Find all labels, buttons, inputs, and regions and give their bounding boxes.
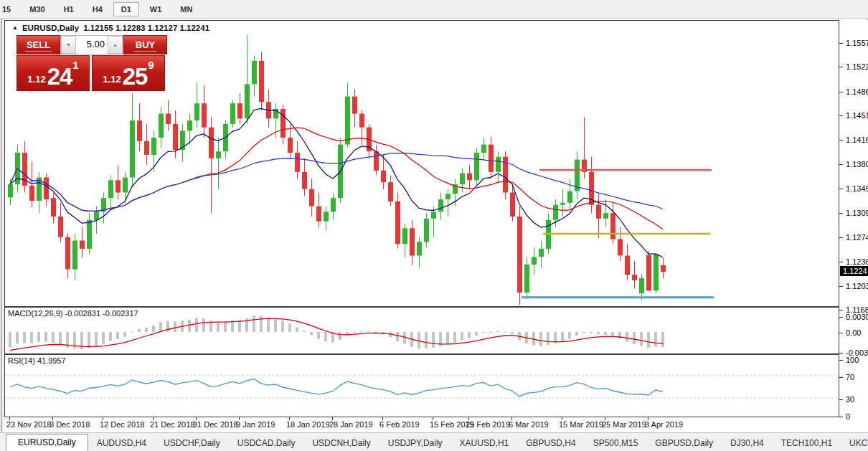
macd-axis-tick: [839, 333, 843, 333]
rsi-axis-tick: [839, 399, 843, 400]
buy-price-pip: 9: [148, 52, 154, 79]
sell-price-main: 24: [47, 66, 72, 87]
price-tick: [839, 286, 843, 287]
chart-tab-dj30-h4[interactable]: DJ30,H4: [722, 435, 773, 451]
chart-tab-tech100-h1[interactable]: TECH100,H1: [773, 435, 841, 451]
chart-tab-xauusd-h1[interactable]: XAUUSD,H1: [451, 435, 518, 451]
rsi-axis-label: 30: [846, 395, 854, 404]
buy-price-prefix: 1.12: [103, 72, 121, 87]
rsi-axis-label: 100: [846, 356, 859, 364]
sell-price-prefix: 1.12: [27, 72, 45, 87]
chart-tab-gbpusd-daily[interactable]: GBPUSD,Daily: [646, 435, 722, 451]
sell-quote-button[interactable]: 1.12241: [16, 55, 90, 91]
price-tick: [839, 164, 843, 165]
price-tick: [839, 262, 843, 262]
rsi-canvas: [5, 355, 837, 415]
timeframe-button-H4[interactable]: H4: [85, 2, 110, 16]
time-axis-label: 18 Jan 2019: [286, 420, 330, 429]
chart-tab-usdcnh-daily[interactable]: USDCNH,Daily: [303, 435, 379, 451]
price-axis-label: 1.14160: [846, 136, 868, 144]
rsi-axis-tick: [839, 377, 843, 378]
price-axis-label: 1.12380: [846, 257, 868, 266]
rsi-axis-tick: [839, 417, 843, 417]
price-axis-label: 1.13450: [846, 184, 868, 193]
price-axis-label: 1.15570: [846, 39, 868, 47]
chart-tab-sp500-m15[interactable]: SP500,M15: [585, 435, 647, 451]
price-tick: [839, 140, 843, 141]
main-chart-pane[interactable]: ▲ EURUSD,Daily 1.12155 1.12283 1.12127 1…: [4, 20, 839, 307]
chart-tab-eurusd-daily[interactable]: EURUSD,Daily: [6, 434, 88, 451]
time-axis-label: 3 Dec 2018: [49, 420, 90, 429]
price-tick: [839, 189, 843, 189]
chart-ohlc-values: 1.12155 1.12283 1.12127 1.12241: [83, 24, 209, 32]
current-price-tag: 1.12241: [840, 266, 868, 276]
price-tick: [839, 92, 843, 92]
time-axis-label: 12 Dec 2018: [100, 420, 144, 429]
volume-up-icon[interactable]: ▲: [108, 36, 123, 54]
price-tick: [839, 67, 843, 67]
chart-tab-bar: EURUSD,DailyAUDUSD,H4USDCHF,DailyUSDCAD,…: [0, 432, 868, 451]
time-axis-label: 3 Apr 2019: [645, 420, 683, 429]
chart-tab-ukc[interactable]: UKC: [841, 435, 868, 451]
timeframe-button-W1[interactable]: W1: [142, 2, 170, 16]
price-tick: [839, 310, 843, 310]
price-tick: [839, 43, 843, 44]
chart-tab-usdjpy-daily[interactable]: USDJPY,Daily: [379, 435, 451, 451]
macd-axis-label: 0.003095: [846, 313, 868, 321]
one-click-trading-panel: SELL ▼ 5.00 ▲ BUY 1.12241 1.12259: [16, 35, 167, 91]
rsi-axis-tick: [839, 360, 843, 361]
chart-tab-usdchf-daily[interactable]: USDCHF,Daily: [155, 435, 229, 451]
timeframe-button-MN[interactable]: MN: [172, 2, 200, 16]
macd-axis-tick: [839, 353, 843, 353]
buy-quote-button[interactable]: 1.12259: [92, 55, 165, 91]
timeframe-toolbar: 15M30H1H4D1W1MN: [0, 0, 868, 19]
time-axis-label: 9 Jan 2019: [236, 420, 275, 429]
time-axis-label: 28 Jan 2019: [329, 420, 373, 429]
volume-input[interactable]: 5.00: [76, 36, 108, 54]
chart-window: ▲ EURUSD,Daily 1.12155 1.12283 1.12127 1…: [4, 19, 867, 434]
sell-price-pip: 1: [72, 52, 78, 79]
price-axis-label: 1.13800: [846, 160, 868, 168]
time-axis-label: 6 Mar 2019: [509, 420, 549, 429]
chart-tab-audusd-h4[interactable]: AUDUSD,H4: [88, 435, 155, 451]
price-axis-label: 1.14860: [846, 87, 868, 96]
time-axis-label: 31 Dec 2018: [193, 420, 237, 429]
time-axis-label: 25 Mar 2019: [602, 420, 646, 429]
macd-pane[interactable]: MACD(12,26,9) -0.002831 -0.002317: [4, 307, 839, 354]
price-tick: [839, 213, 843, 214]
chart-symbol-label: EURUSD,Daily: [22, 24, 79, 32]
time-axis-label: 21 Dec 2018: [150, 420, 194, 429]
chart-title-bar: ▲ EURUSD,Daily 1.12155 1.12283 1.12127 1…: [12, 24, 209, 32]
rsi-pane[interactable]: RSI(14) 41.9957: [4, 354, 839, 417]
time-axis-label: 6 Feb 2019: [379, 420, 420, 429]
macd-label: MACD(12,26,9) -0.002831 -0.002317: [8, 309, 138, 318]
buy-price-main: 25: [123, 66, 148, 87]
timeframe-button-H1[interactable]: H1: [56, 2, 82, 16]
price-axis-label: 1.13090: [846, 209, 868, 217]
rsi-axis-label: 70: [846, 373, 854, 381]
volume-spinner: ▼ 5.00 ▲: [60, 35, 123, 54]
time-axis-label: 23 Nov 2018: [6, 420, 51, 429]
price-axis-label: 1.12740: [846, 233, 868, 242]
macd-axis-tick: [839, 317, 843, 318]
rsi-label: RSI(14) 41.9957: [8, 356, 66, 365]
timeframe-button-D1[interactable]: D1: [113, 2, 139, 16]
collapse-panel-icon[interactable]: ▲: [12, 24, 18, 31]
time-axis-label: 25 Feb 2019: [466, 420, 510, 429]
price-tick: [839, 115, 843, 116]
price-tick: [839, 237, 843, 238]
chart-tab-gbpusd-h4[interactable]: GBPUSD,H4: [517, 435, 584, 451]
timeframe-button-15[interactable]: 15: [0, 2, 19, 16]
price-axis[interactable]: 1.12241 1.155701.152201.148601.145101.14…: [839, 20, 868, 432]
buy-button[interactable]: BUY: [123, 35, 167, 54]
sell-button[interactable]: SELL: [16, 35, 60, 54]
chart-tab-usdcad-daily[interactable]: USDCAD,Daily: [229, 435, 304, 451]
macd-axis-label: 0.00: [846, 328, 861, 337]
time-axis-label: 15 Mar 2019: [559, 420, 603, 429]
price-axis-label: 1.12030: [846, 282, 868, 290]
timeframe-button-M30[interactable]: M30: [22, 2, 52, 16]
price-axis-label: 1.14510: [846, 111, 868, 120]
rsi-axis-label: 0: [846, 412, 850, 421]
time-axis[interactable]: 23 Nov 20183 Dec 201812 Dec 201821 Dec 2…: [4, 417, 839, 432]
price-axis-label: 1.15220: [846, 62, 868, 71]
